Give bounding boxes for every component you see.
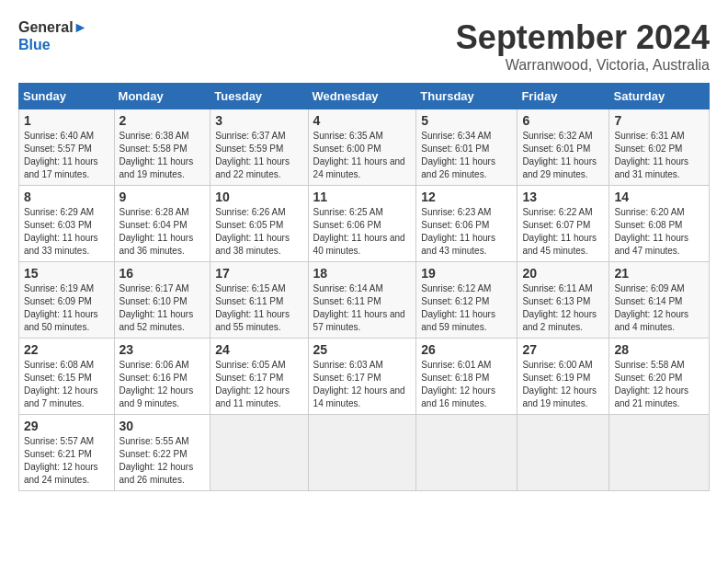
calendar-cell: 29 Sunrise: 5:57 AM Sunset: 6:21 PM Dayl… [19,415,115,491]
day-info: Sunrise: 5:57 AM Sunset: 6:21 PM Dayligh… [24,435,109,487]
day-info: Sunrise: 6:01 AM Sunset: 6:18 PM Dayligh… [421,359,512,410]
calendar-cell: 5 Sunrise: 6:34 AM Sunset: 6:01 PM Dayli… [416,109,518,186]
day-info: Sunrise: 6:11 AM Sunset: 6:13 PM Dayligh… [522,282,604,334]
day-number: 15 [24,266,109,281]
calendar-cell: 28 Sunrise: 5:58 AM Sunset: 6:20 PM Dayl… [609,339,710,415]
day-info: Sunrise: 6:15 AM Sunset: 6:11 PM Dayligh… [215,282,302,334]
calendar-row: 15 Sunrise: 6:19 AM Sunset: 6:09 PM Dayl… [19,262,710,339]
calendar-title: September 2024 [456,18,710,57]
day-info: Sunrise: 5:55 AM Sunset: 6:22 PM Dayligh… [119,435,206,487]
day-number: 23 [119,342,206,357]
day-number: 9 [119,190,206,204]
calendar-subtitle: Warranwood, Victoria, Australia [456,57,710,74]
calendar-cell: 22 Sunrise: 6:08 AM Sunset: 6:15 PM Dayl… [19,339,115,415]
col-friday: Friday [518,84,609,109]
day-info: Sunrise: 6:17 AM Sunset: 6:10 PM Dayligh… [119,282,206,334]
calendar-cell: 18 Sunrise: 6:14 AM Sunset: 6:11 PM Dayl… [308,262,416,339]
calendar-row: 22 Sunrise: 6:08 AM Sunset: 6:15 PM Dayl… [19,339,710,415]
calendar-cell [518,415,609,491]
day-number: 8 [24,190,109,204]
day-info: Sunrise: 6:00 AM Sunset: 6:19 PM Dayligh… [522,359,604,410]
day-number: 19 [421,266,512,281]
day-number: 24 [215,342,302,357]
day-info: Sunrise: 6:22 AM Sunset: 6:07 PM Dayligh… [522,206,604,258]
calendar-row: 29 Sunrise: 5:57 AM Sunset: 6:21 PM Dayl… [19,415,710,491]
calendar-cell: 8 Sunrise: 6:29 AM Sunset: 6:03 PM Dayli… [19,186,115,262]
header-row: Sunday Monday Tuesday Wednesday Thursday… [19,84,710,109]
day-number: 6 [522,113,604,128]
day-number: 20 [522,266,604,281]
calendar-row: 8 Sunrise: 6:29 AM Sunset: 6:03 PM Dayli… [19,186,710,262]
day-info: Sunrise: 6:14 AM Sunset: 6:11 PM Dayligh… [313,282,412,334]
day-number: 17 [215,266,302,281]
logo: General► Blue [18,18,87,53]
day-number: 12 [421,190,512,204]
calendar-cell: 12 Sunrise: 6:23 AM Sunset: 6:06 PM Dayl… [416,186,518,262]
calendar-cell [609,415,710,491]
day-number: 22 [24,342,109,357]
calendar-cell: 7 Sunrise: 6:31 AM Sunset: 6:02 PM Dayli… [609,109,710,186]
calendar-cell: 19 Sunrise: 6:12 AM Sunset: 6:12 PM Dayl… [416,262,518,339]
day-number: 4 [313,113,412,128]
calendar-cell: 11 Sunrise: 6:25 AM Sunset: 6:06 PM Dayl… [308,186,416,262]
calendar-cell: 16 Sunrise: 6:17 AM Sunset: 6:10 PM Dayl… [114,262,210,339]
title-section: September 2024 Warranwood, Victoria, Aus… [456,18,710,74]
day-number: 7 [614,113,704,128]
calendar-cell: 13 Sunrise: 6:22 AM Sunset: 6:07 PM Dayl… [518,186,609,262]
col-tuesday: Tuesday [210,84,308,109]
day-info: Sunrise: 6:03 AM Sunset: 6:17 PM Dayligh… [313,359,412,410]
day-number: 27 [522,342,604,357]
calendar-cell: 26 Sunrise: 6:01 AM Sunset: 6:18 PM Dayl… [416,339,518,415]
day-info: Sunrise: 6:05 AM Sunset: 6:17 PM Dayligh… [215,359,302,410]
calendar-cell: 30 Sunrise: 5:55 AM Sunset: 6:22 PM Dayl… [114,415,210,491]
day-info: Sunrise: 6:23 AM Sunset: 6:06 PM Dayligh… [421,206,512,258]
day-number: 5 [421,113,512,128]
calendar-cell: 15 Sunrise: 6:19 AM Sunset: 6:09 PM Dayl… [19,262,115,339]
col-sunday: Sunday [19,84,115,109]
calendar-cell: 25 Sunrise: 6:03 AM Sunset: 6:17 PM Dayl… [308,339,416,415]
calendar-cell: 24 Sunrise: 6:05 AM Sunset: 6:17 PM Dayl… [210,339,308,415]
calendar-row: 1 Sunrise: 6:40 AM Sunset: 5:57 PM Dayli… [19,109,710,186]
day-number: 1 [24,113,109,128]
day-number: 3 [215,113,302,128]
calendar-cell: 2 Sunrise: 6:38 AM Sunset: 5:58 PM Dayli… [114,109,210,186]
calendar-cell: 27 Sunrise: 6:00 AM Sunset: 6:19 PM Dayl… [518,339,609,415]
col-wednesday: Wednesday [308,84,416,109]
calendar-cell: 21 Sunrise: 6:09 AM Sunset: 6:14 PM Dayl… [609,262,710,339]
day-info: Sunrise: 6:20 AM Sunset: 6:08 PM Dayligh… [614,206,704,258]
header: General► Blue September 2024 Warranwood,… [18,18,710,74]
day-info: Sunrise: 6:28 AM Sunset: 6:04 PM Dayligh… [119,206,206,258]
day-info: Sunrise: 6:37 AM Sunset: 5:59 PM Dayligh… [215,130,302,181]
day-number: 11 [313,190,412,204]
day-info: Sunrise: 5:58 AM Sunset: 6:20 PM Dayligh… [614,359,704,410]
day-number: 26 [421,342,512,357]
day-info: Sunrise: 6:40 AM Sunset: 5:57 PM Dayligh… [24,130,109,181]
day-number: 2 [119,113,206,128]
day-info: Sunrise: 6:09 AM Sunset: 6:14 PM Dayligh… [614,282,704,334]
calendar-cell: 14 Sunrise: 6:20 AM Sunset: 6:08 PM Dayl… [609,186,710,262]
day-info: Sunrise: 6:19 AM Sunset: 6:09 PM Dayligh… [24,282,109,334]
day-info: Sunrise: 6:38 AM Sunset: 5:58 PM Dayligh… [119,130,206,181]
calendar-cell: 23 Sunrise: 6:06 AM Sunset: 6:16 PM Dayl… [114,339,210,415]
day-info: Sunrise: 6:25 AM Sunset: 6:06 PM Dayligh… [313,206,412,258]
calendar-cell: 1 Sunrise: 6:40 AM Sunset: 5:57 PM Dayli… [19,109,115,186]
day-info: Sunrise: 6:06 AM Sunset: 6:16 PM Dayligh… [119,359,206,410]
day-info: Sunrise: 6:29 AM Sunset: 6:03 PM Dayligh… [24,206,109,258]
day-info: Sunrise: 6:26 AM Sunset: 6:05 PM Dayligh… [215,206,302,258]
calendar-cell [210,415,308,491]
day-number: 14 [614,190,704,204]
day-number: 13 [522,190,604,204]
calendar-cell [308,415,416,491]
day-info: Sunrise: 6:34 AM Sunset: 6:01 PM Dayligh… [421,130,512,181]
calendar-cell: 17 Sunrise: 6:15 AM Sunset: 6:11 PM Dayl… [210,262,308,339]
day-info: Sunrise: 6:35 AM Sunset: 6:00 PM Dayligh… [313,130,412,181]
day-info: Sunrise: 6:08 AM Sunset: 6:15 PM Dayligh… [24,359,109,410]
day-info: Sunrise: 6:32 AM Sunset: 6:01 PM Dayligh… [522,130,604,181]
calendar-cell [416,415,518,491]
day-number: 18 [313,266,412,281]
day-number: 29 [24,419,109,433]
calendar-cell: 6 Sunrise: 6:32 AM Sunset: 6:01 PM Dayli… [518,109,609,186]
day-number: 25 [313,342,412,357]
calendar-cell: 3 Sunrise: 6:37 AM Sunset: 5:59 PM Dayli… [210,109,308,186]
day-number: 28 [614,342,704,357]
